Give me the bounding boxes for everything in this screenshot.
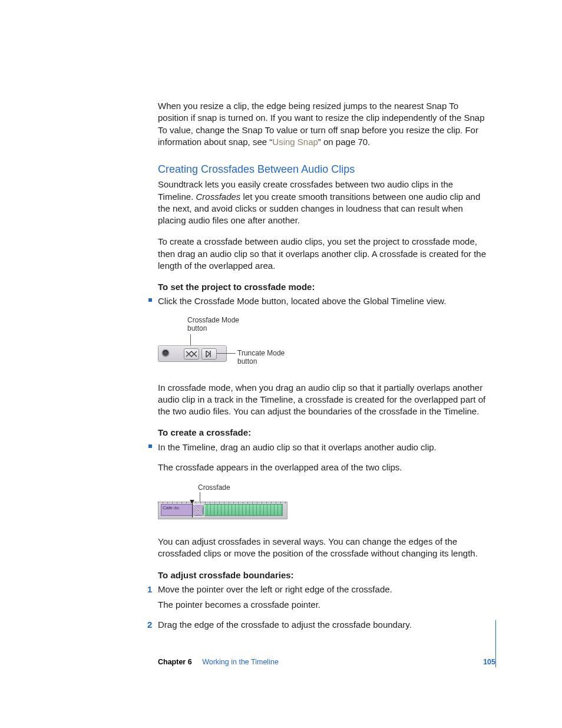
page: When you resize a clip, the edge being r… [0,0,562,728]
paragraph-snap: When you resize a clip, the edge being r… [158,100,491,148]
step-number: 1 [147,584,152,595]
chapter-title: Working in the Timeline [202,658,279,666]
text: ” on page 70. [318,137,370,147]
paragraph-result: The crossfade appears in the overlapped … [158,462,491,473]
leader-line [217,353,236,354]
term-crossfades: Crossfades [196,192,240,202]
section-heading: Creating Crossfades Between Audio Clips [158,162,491,176]
bullet-step: Click the Crossfade Mode button, located… [158,295,491,307]
crossfade-x-icon [193,505,204,516]
numbered-step: 1 Move the pointer over the left or righ… [158,584,491,595]
instruction-heading: To create a crossfade: [158,427,491,439]
step-text: Click the Crossfade Mode button, located… [158,296,446,306]
timeline-ruler [158,502,286,503]
instruction-heading: To set the project to crossfade mode: [158,281,491,293]
callout-crossfade: Crossfade [198,483,230,492]
step-text: Move the pointer over the left or right … [158,584,392,594]
playhead-icon[interactable] [192,502,193,518]
bullet-icon [148,444,152,448]
paragraph-howto: To create a crossfade between audio clip… [158,236,491,272]
paragraph-adjust: You can adjust crossfades in several way… [158,536,491,560]
callout-crossfade-mode: Crossfade Mode button [187,316,246,333]
audio-clip-b[interactable] [192,504,283,516]
paragraph-crossfade-mode: In crossfade mode, when you drag an audi… [158,382,491,418]
truncate-mode-icon [202,349,216,359]
step-number: 2 [147,619,152,631]
bullet-step: In the Timeline, drag an audio clip so t… [158,442,491,453]
paragraph-intro: Soundtrack lets you easily create crossf… [158,179,491,226]
callout-truncate-mode: Truncate Mode button [237,349,296,366]
bullet-icon [148,298,152,302]
figure-mode-buttons: Crossfade Mode button Truncate Mode butt… [158,316,296,370]
step-sub: The pointer becomes a crossfade pointer. [158,599,491,611]
figure-crossfade-timeline: Crossfade Cafe do [158,483,290,524]
content-area: When you resize a clip, the edge being r… [158,100,491,635]
crossfade-region[interactable] [192,504,204,517]
crossfade-mode-button[interactable] [184,348,199,360]
indicator-dot-icon [163,350,168,356]
link-using-snap[interactable]: Using Snap [272,137,318,147]
chapter-label: Chapter 6 [158,658,192,666]
truncate-mode-button[interactable] [201,348,217,360]
page-number: 105 [483,657,495,667]
crossfade-mode-icon [184,349,199,359]
page-footer: Chapter 6 Working in the Timeline 105 [158,620,496,667]
step-text: In the Timeline, drag an audio clip so t… [158,442,437,452]
instruction-heading: To adjust crossfade boundaries: [158,569,491,581]
